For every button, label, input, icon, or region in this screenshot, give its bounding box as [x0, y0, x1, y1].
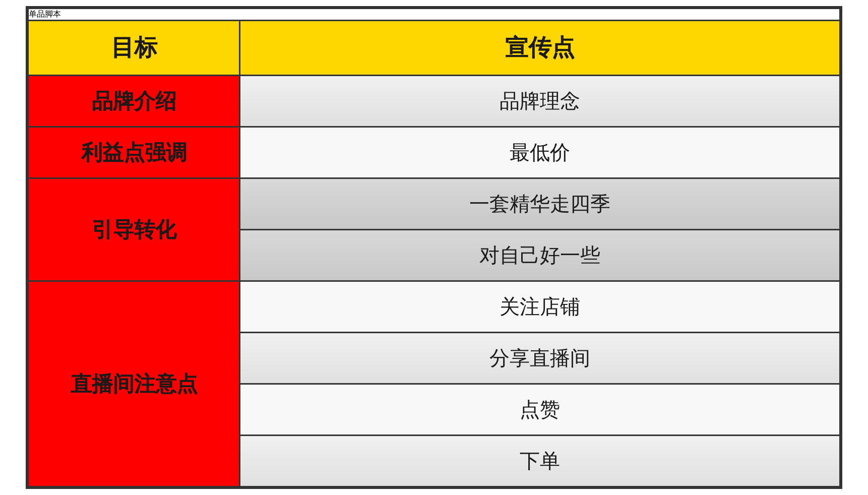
promo-item-be-good: 对自己好一些 [240, 230, 840, 281]
group-label-brand: 品牌介绍 [28, 76, 240, 127]
header-col2: 宣传点 [240, 21, 840, 76]
promo-item-share-live: 分享直播间 [240, 333, 840, 384]
header-row: 目标 宣传点 [28, 21, 840, 76]
promo-item-like: 点赞 [240, 384, 840, 436]
table-title: 单品脚本 [28, 9, 840, 21]
group-label-benefit: 利益点强调 [28, 127, 240, 178]
promo-item-lowest-price: 最低价 [240, 127, 840, 178]
group-label-live: 直播间注意点 [28, 281, 240, 487]
promo-item-set-essence: 一套精华走四季 [240, 178, 840, 230]
promo-item-order: 下单 [240, 436, 840, 487]
promo-item-brand-concept: 品牌理念 [240, 76, 840, 127]
group-label-conversion: 引导转化 [28, 178, 240, 281]
promo-item-follow-shop: 关注店铺 [240, 281, 840, 333]
main-table-container: 单品脚本 目标 宣传点 品牌介绍 品牌理念 利益点强调 最低价 引导转化 一套精… [26, 6, 842, 489]
table-row: 品牌介绍 品牌理念 [28, 76, 840, 127]
table-row: 引导转化 一套精华走四季 [28, 178, 840, 230]
script-table: 单品脚本 目标 宣传点 品牌介绍 品牌理念 利益点强调 最低价 引导转化 一套精… [27, 8, 841, 487]
title-row: 单品脚本 [28, 9, 840, 21]
table-row: 直播间注意点 关注店铺 [28, 281, 840, 333]
header-col1: 目标 [28, 21, 240, 76]
table-row: 利益点强调 最低价 [28, 127, 840, 178]
